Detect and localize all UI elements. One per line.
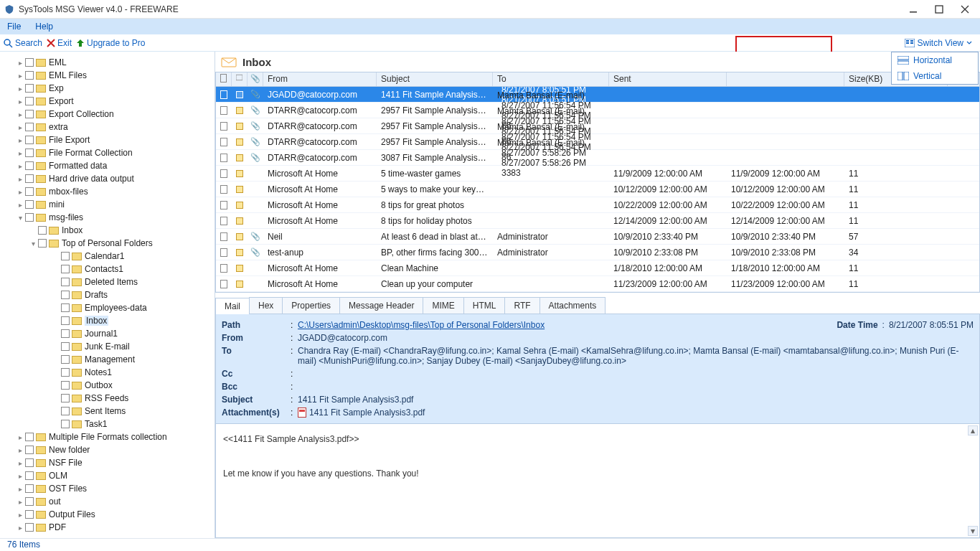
expander-closed-icon[interactable]: ▸ (16, 162, 24, 170)
tree-checkbox[interactable] (38, 226, 47, 235)
tree-item[interactable]: ▸New folder (1, 443, 213, 456)
scroll-up-arrow[interactable]: ▴ (968, 425, 978, 435)
tree-checkbox[interactable] (25, 213, 34, 222)
folder-tree[interactable]: ▸EML▸EML Files▸Exp▸Export▸Export Collect… (0, 52, 215, 538)
tree-checkbox[interactable] (61, 303, 70, 312)
tree-checkbox[interactable] (25, 484, 34, 493)
expander-open-icon[interactable]: ▾ (29, 240, 37, 248)
email-row[interactable]: 📎NeilAt least 6 dead in blast at Ch...Ad… (216, 229, 979, 245)
tree-item[interactable]: ▸mbox-files (1, 185, 213, 198)
tree-checkbox[interactable] (61, 316, 70, 325)
tree-item[interactable]: ▸mini (1, 198, 213, 211)
tree-item[interactable]: ▸Exp (1, 82, 213, 95)
switch-view-vertical[interactable]: Vertical (892, 68, 978, 84)
tree-item[interactable]: ▸Multiple File Formats collection (1, 430, 213, 443)
tree-checkbox[interactable] (61, 252, 70, 260)
row-checkbox[interactable] (216, 138, 232, 146)
tab-properties[interactable]: Properties (282, 297, 340, 314)
expander-closed-icon[interactable]: ▸ (16, 72, 24, 80)
row-checkbox[interactable] (216, 201, 232, 209)
tree-item[interactable]: Management (1, 353, 213, 366)
tree-item[interactable]: ▾msg-files (1, 211, 213, 224)
tree-checkbox[interactable] (25, 84, 34, 93)
upgrade-tool[interactable]: Upgrade to Pro (76, 38, 145, 48)
tree-checkbox[interactable] (25, 174, 34, 183)
email-row[interactable]: Microsoft At Home8 tips for great photos… (216, 197, 979, 213)
maximize-button[interactable] (933, 3, 946, 16)
tree-item[interactable]: ▸OST Files (1, 482, 213, 495)
tree-checkbox[interactable] (25, 200, 34, 209)
expander-closed-icon[interactable]: ▸ (16, 110, 24, 118)
tree-item[interactable]: Outbox (1, 379, 213, 392)
dh-att-value[interactable]: 1411 Fit Sample Analysis3.pdf (298, 408, 974, 418)
expander-closed-icon[interactable]: ▸ (16, 446, 24, 454)
tree-item[interactable]: ▸EML Files (1, 69, 213, 82)
expander-closed-icon[interactable]: ▸ (16, 201, 24, 209)
expander-closed-icon[interactable]: ▸ (16, 136, 24, 144)
tree-checkbox[interactable] (25, 161, 34, 170)
tree-checkbox[interactable] (25, 149, 34, 157)
expander-closed-icon[interactable]: ▸ (16, 59, 24, 67)
expander-closed-icon[interactable]: ▸ (16, 459, 24, 467)
expander-closed-icon[interactable]: ▸ (16, 511, 24, 519)
expander-closed-icon[interactable]: ▸ (16, 149, 24, 157)
tree-checkbox[interactable] (25, 123, 34, 131)
menu-file[interactable]: File (7, 22, 21, 32)
tree-item[interactable]: Drafts (1, 288, 213, 301)
col-icon[interactable] (232, 72, 248, 86)
tree-checkbox[interactable] (25, 136, 34, 144)
tab-hex[interactable]: Hex (249, 297, 283, 314)
tree-item[interactable]: Inbox (1, 314, 213, 327)
detail-body[interactable]: ▴ ▾ <<1411 Fit Sample Analysis3.pdf>> Le… (215, 424, 980, 538)
tree-item[interactable]: Sent Items (1, 405, 213, 418)
tree-checkbox[interactable] (61, 291, 70, 299)
tree-item[interactable]: ▸Export (1, 95, 213, 108)
expander-closed-icon[interactable]: ▸ (16, 433, 24, 441)
tree-item[interactable]: Contacts1 (1, 263, 213, 276)
tab-attachments[interactable]: Attachments (540, 297, 606, 314)
email-row[interactable]: Microsoft At HomeClean up your computer1… (216, 276, 979, 292)
tree-item[interactable]: Employees-data (1, 301, 213, 314)
switch-view-horizontal[interactable]: Horizontal (892, 52, 978, 68)
tree-item[interactable]: ▸out (1, 495, 213, 508)
tree-checkbox[interactable] (61, 407, 70, 415)
tree-item[interactable]: ▸Formatted data (1, 159, 213, 172)
email-row[interactable]: Microsoft At Home8 tips for holiday phot… (216, 213, 979, 229)
tree-item[interactable]: Junk E-mail (1, 340, 213, 353)
email-row[interactable]: 📎test-anupBP, other firms facing 300 la.… (216, 245, 979, 260)
expander-closed-icon[interactable]: ▸ (16, 498, 24, 506)
col-from[interactable]: From (263, 72, 377, 86)
expander-closed-icon[interactable]: ▸ (16, 98, 24, 105)
row-checkbox[interactable] (216, 185, 232, 194)
tree-checkbox[interactable] (25, 446, 34, 454)
menu-help[interactable]: Help (35, 22, 53, 32)
close-button[interactable] (958, 3, 971, 16)
tree-item[interactable]: Journal1 (1, 327, 213, 340)
tab-mail[interactable]: Mail (215, 298, 250, 314)
tree-checkbox[interactable] (61, 368, 70, 377)
tree-item[interactable]: ▸Hard drive data output (1, 172, 213, 185)
expander-closed-icon[interactable]: ▸ (16, 85, 24, 93)
tree-checkbox[interactable] (25, 433, 34, 441)
tab-mime[interactable]: MIME (423, 297, 463, 314)
email-row[interactable]: Microsoft At Home5 ways to make your key… (216, 182, 979, 197)
row-checkbox[interactable] (216, 90, 232, 99)
minimize-button[interactable] (907, 3, 920, 16)
expander-closed-icon[interactable]: ▸ (16, 472, 24, 480)
row-checkbox[interactable] (216, 169, 232, 178)
tree-checkbox[interactable] (61, 381, 70, 390)
dh-path-value[interactable]: C:\Users\admin\Desktop\msg-files\Top of … (298, 320, 545, 330)
tree-checkbox[interactable] (25, 523, 34, 532)
expander-open-icon[interactable]: ▾ (16, 214, 24, 222)
row-checkbox[interactable] (216, 280, 232, 288)
tree-item[interactable]: ▸PDF (1, 521, 213, 534)
expander-closed-icon[interactable]: ▸ (16, 188, 24, 196)
tree-checkbox[interactable] (61, 355, 70, 364)
tree-checkbox[interactable] (25, 110, 34, 118)
tree-checkbox[interactable] (25, 187, 34, 196)
tree-checkbox[interactable] (61, 265, 70, 273)
col-sent[interactable]: Sent (609, 72, 727, 86)
tree-checkbox[interactable] (25, 97, 34, 105)
tree-checkbox[interactable] (38, 239, 47, 248)
tree-item[interactable]: ▸File Export (1, 133, 213, 146)
